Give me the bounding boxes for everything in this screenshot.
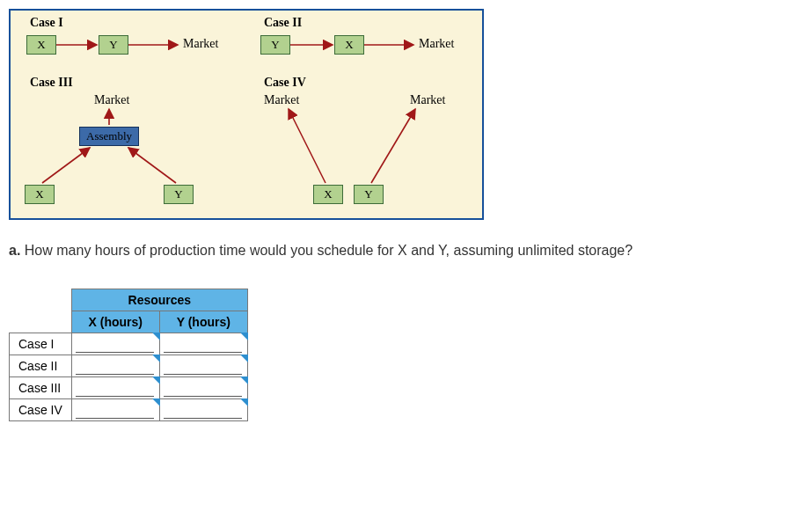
row-label: Case I bbox=[10, 333, 72, 355]
case3-market-label: Market bbox=[94, 93, 129, 107]
y-hours-input[interactable] bbox=[164, 335, 242, 353]
case1-title: Case I bbox=[30, 16, 63, 30]
case2-node-y: Y bbox=[260, 35, 290, 55]
x-hours-input[interactable] bbox=[76, 379, 154, 397]
cell-corner-icon bbox=[240, 376, 248, 384]
cell-corner-icon bbox=[240, 355, 248, 362]
case4-market-left-label: Market bbox=[264, 93, 299, 107]
input-cell-x bbox=[71, 355, 159, 377]
question-body: How many hours of production time would … bbox=[25, 243, 633, 258]
input-cell-y bbox=[159, 399, 247, 421]
input-cell-y bbox=[159, 377, 247, 399]
case2-title: Case II bbox=[264, 16, 302, 30]
case4-market-right-label: Market bbox=[410, 93, 445, 107]
y-hours-input[interactable] bbox=[164, 401, 242, 419]
case-diagram-panel: Case I X Y Market Case II Y X Market Cas… bbox=[9, 9, 484, 220]
cell-corner-icon bbox=[240, 398, 248, 406]
x-hours-input[interactable] bbox=[76, 357, 154, 375]
resources-table: Resources X (hours) Y (hours) Case ICase… bbox=[9, 289, 248, 421]
input-cell-y bbox=[159, 355, 247, 377]
case3-title: Case III bbox=[30, 76, 73, 90]
resources-header: Resources bbox=[71, 289, 247, 311]
diagram-arrows bbox=[11, 11, 486, 222]
header-y-hours: Y (hours) bbox=[159, 311, 247, 333]
header-x-hours: X (hours) bbox=[71, 311, 159, 333]
question-letter: a. bbox=[9, 243, 20, 258]
case2-market-label: Market bbox=[419, 37, 454, 51]
row-label: Case IV bbox=[10, 399, 72, 421]
row-label: Case III bbox=[10, 377, 72, 399]
input-cell-y bbox=[159, 333, 247, 355]
row-label: Case II bbox=[10, 355, 72, 377]
cell-corner-icon bbox=[240, 333, 248, 340]
table-row: Case III bbox=[10, 377, 248, 399]
input-cell-x bbox=[71, 377, 159, 399]
case4-node-x: X bbox=[313, 185, 343, 204]
svg-line-7 bbox=[289, 109, 326, 183]
case4-title: Case IV bbox=[264, 76, 306, 90]
case1-market-label: Market bbox=[183, 37, 218, 51]
x-hours-input[interactable] bbox=[76, 335, 154, 353]
table-row: Case II bbox=[10, 355, 248, 377]
y-hours-input[interactable] bbox=[164, 357, 242, 375]
x-hours-input[interactable] bbox=[76, 401, 154, 419]
case2-node-x: X bbox=[334, 35, 364, 55]
case1-node-y: Y bbox=[99, 35, 128, 55]
case3-assembly-node: Assembly bbox=[79, 127, 139, 146]
input-cell-x bbox=[71, 333, 159, 355]
table-row: Case IV bbox=[10, 399, 248, 421]
case4-node-y: Y bbox=[354, 185, 384, 204]
input-cell-x bbox=[71, 399, 159, 421]
svg-line-5 bbox=[42, 148, 90, 183]
svg-line-8 bbox=[371, 109, 415, 183]
svg-line-6 bbox=[128, 148, 176, 183]
question-text: a. How many hours of production time wou… bbox=[9, 243, 803, 259]
case1-node-x: X bbox=[26, 35, 56, 55]
case3-node-x: X bbox=[25, 185, 55, 204]
case3-node-y: Y bbox=[164, 185, 194, 204]
table-row: Case I bbox=[10, 333, 248, 355]
y-hours-input[interactable] bbox=[164, 379, 242, 397]
